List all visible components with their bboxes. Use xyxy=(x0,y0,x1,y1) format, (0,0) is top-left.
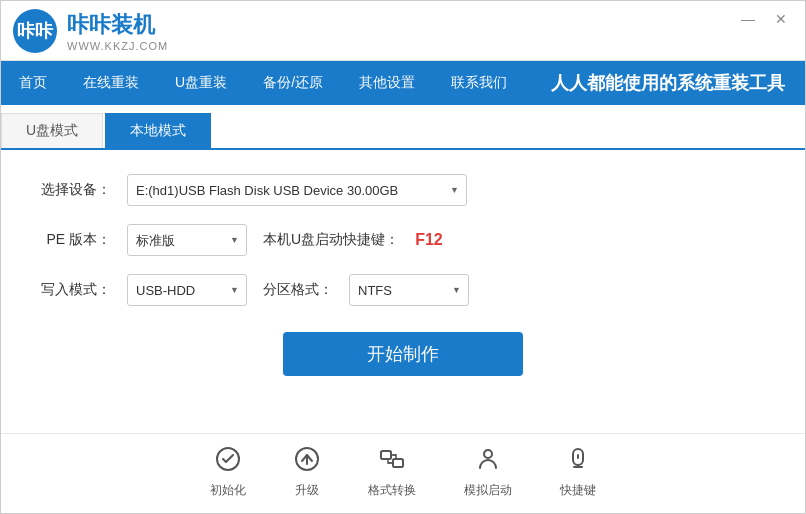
svg-point-7 xyxy=(484,450,492,458)
tool-initialize[interactable]: 初始化 xyxy=(210,446,246,499)
nav-item-usb-install[interactable]: U盘重装 xyxy=(157,61,245,105)
app-logo: 咔咔 xyxy=(13,9,57,53)
start-button[interactable]: 开始制作 xyxy=(283,332,523,376)
tool-simulate-boot[interactable]: 模拟启动 xyxy=(464,446,512,499)
simulate-boot-icon xyxy=(475,446,501,478)
format-convert-label: 格式转换 xyxy=(368,482,416,499)
device-row: 选择设备： E:(hd1)USB Flash Disk USB Device 3… xyxy=(41,174,765,206)
title-bar: 咔咔 咔咔装机 WWW.KKZJ.COM — ✕ xyxy=(1,1,805,61)
app-title-block: 咔咔装机 WWW.KKZJ.COM xyxy=(67,10,168,52)
nav-bar: 首页 在线重装 U盘重装 备份/还原 其他设置 联系我们 人人都能使用的系统重装… xyxy=(1,61,805,105)
bottom-toolbar: 初始化 升级 xyxy=(1,433,805,513)
logo-text: 咔咔 xyxy=(17,19,53,43)
pe-select[interactable]: 标准版 xyxy=(127,224,247,256)
nav-item-online-reinstall[interactable]: 在线重装 xyxy=(65,61,157,105)
nav-item-backup[interactable]: 备份/还原 xyxy=(245,61,341,105)
nav-item-settings[interactable]: 其他设置 xyxy=(341,61,433,105)
upgrade-label: 升级 xyxy=(295,482,319,499)
main-window: 咔咔 咔咔装机 WWW.KKZJ.COM — ✕ 首页 在线重装 U盘重装 备份… xyxy=(0,0,806,514)
app-url: WWW.KKZJ.COM xyxy=(67,40,168,52)
partition-select[interactable]: NTFS xyxy=(349,274,469,306)
tab-local-mode[interactable]: 本地模式 xyxy=(105,113,211,148)
device-select[interactable]: E:(hd1)USB Flash Disk USB Device 30.00GB xyxy=(127,174,467,206)
shortcut-keys-icon xyxy=(565,446,591,478)
content-area: U盘模式 本地模式 选择设备： E:(hd1)USB Flash Disk US… xyxy=(1,105,805,433)
write-label: 写入模式： xyxy=(41,281,111,299)
svg-rect-3 xyxy=(381,451,391,459)
initialize-icon xyxy=(215,446,241,478)
simulate-boot-label: 模拟启动 xyxy=(464,482,512,499)
write-select-wrapper: USB-HDD xyxy=(127,274,247,306)
device-select-wrapper: E:(hd1)USB Flash Disk USB Device 30.00GB xyxy=(127,174,467,206)
window-controls: — ✕ xyxy=(735,1,793,29)
tool-upgrade[interactable]: 升级 xyxy=(294,446,320,499)
tab-bar: U盘模式 本地模式 xyxy=(1,113,805,150)
write-select[interactable]: USB-HDD xyxy=(127,274,247,306)
pe-select-wrapper: 标准版 xyxy=(127,224,247,256)
hotkey-label: 本机U盘启动快捷键： xyxy=(263,231,399,249)
form-area: 选择设备： E:(hd1)USB Flash Disk USB Device 3… xyxy=(1,150,805,433)
write-row: 写入模式： USB-HDD 分区格式： NTFS xyxy=(41,274,765,306)
partition-label: 分区格式： xyxy=(263,281,333,299)
tool-shortcut-keys[interactable]: 快捷键 xyxy=(560,446,596,499)
device-label: 选择设备： xyxy=(41,181,111,199)
tab-usb-mode[interactable]: U盘模式 xyxy=(1,113,103,148)
partition-select-wrapper: NTFS xyxy=(349,274,469,306)
nav-item-home[interactable]: 首页 xyxy=(1,61,65,105)
minimize-button[interactable]: — xyxy=(735,9,761,29)
tool-format-convert[interactable]: 格式转换 xyxy=(368,446,416,499)
pe-row: PE 版本： 标准版 本机U盘启动快捷键： F12 xyxy=(41,224,765,256)
pe-label: PE 版本： xyxy=(41,231,111,249)
initialize-label: 初始化 xyxy=(210,482,246,499)
app-name: 咔咔装机 xyxy=(67,10,168,40)
upgrade-icon xyxy=(294,446,320,478)
svg-rect-4 xyxy=(393,459,403,467)
shortcut-keys-label: 快捷键 xyxy=(560,482,596,499)
nav-slogan: 人人都能使用的系统重装工具 xyxy=(531,61,805,105)
close-button[interactable]: ✕ xyxy=(769,9,793,29)
nav-item-contact[interactable]: 联系我们 xyxy=(433,61,525,105)
hotkey-value: F12 xyxy=(415,231,443,249)
format-convert-icon xyxy=(379,446,405,478)
